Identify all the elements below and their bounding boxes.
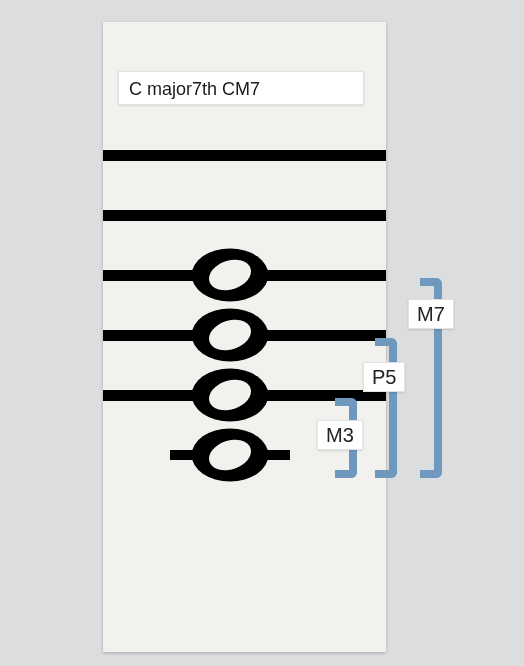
note-e: [190, 367, 270, 423]
chord-title: C major7th CM7: [118, 71, 364, 105]
staff-line-5: [103, 150, 386, 161]
note-b: [190, 247, 270, 303]
bracket-p5: [375, 338, 397, 478]
staff-line-4: [103, 210, 386, 221]
interval-label-m7: M7: [408, 299, 454, 329]
interval-label-p5: P5: [363, 362, 405, 392]
note-g: [190, 307, 270, 363]
interval-label-m3: M3: [317, 420, 363, 450]
note-c: [190, 427, 270, 483]
